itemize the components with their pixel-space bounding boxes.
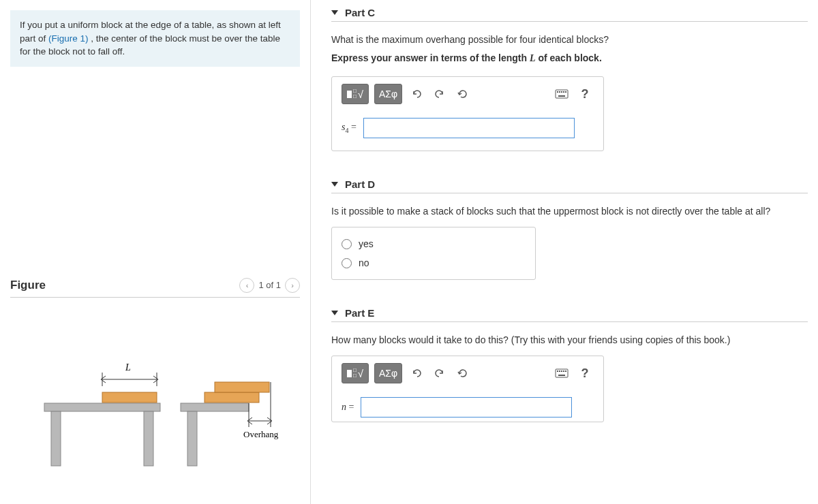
- reset-icon: [457, 368, 468, 379]
- templates-icon: □□ √: [347, 368, 363, 379]
- svg-rect-8: [187, 411, 197, 466]
- svg-rect-16: [559, 91, 560, 93]
- figure-pager: ‹ 1 of 1 ›: [239, 278, 300, 293]
- keyboard-button[interactable]: [553, 85, 571, 103]
- svg-rect-19: [565, 91, 566, 93]
- undo-icon: [411, 368, 422, 378]
- svg-rect-24: [561, 371, 562, 372]
- problem-intro: If you put a uniform block at the edge o…: [10, 10, 300, 67]
- part-c-answer-label: s4 =: [342, 122, 357, 134]
- reset-button-e[interactable]: [454, 364, 472, 382]
- templates-icon: □□ √: [347, 89, 363, 100]
- help-button-e[interactable]: ?: [576, 364, 594, 382]
- svg-rect-10: [215, 382, 269, 392]
- pager-label: 1 of 1: [258, 280, 281, 290]
- undo-button-e[interactable]: [408, 364, 425, 382]
- redo-button-e[interactable]: [431, 364, 449, 382]
- part-c-answer-input[interactable]: [363, 118, 575, 138]
- part-e-answer-input[interactable]: [361, 397, 572, 418]
- part-c-instruction: Express your answer in terms of the leng…: [331, 52, 808, 64]
- svg-rect-0: [44, 403, 160, 411]
- greek-button[interactable]: ΑΣφ: [374, 84, 402, 104]
- part-c-title: Part C: [345, 7, 375, 18]
- radio-no[interactable]: [342, 258, 352, 268]
- svg-rect-14: [556, 90, 568, 98]
- reset-button[interactable]: [454, 85, 472, 103]
- undo-button[interactable]: [408, 85, 425, 103]
- svg-rect-3: [102, 392, 157, 403]
- part-e: Part E How many blocks would it take to …: [331, 307, 808, 422]
- svg-rect-1: [51, 411, 61, 466]
- greek-button-e[interactable]: ΑΣφ: [374, 363, 402, 383]
- redo-button[interactable]: [431, 85, 449, 103]
- redo-icon: [434, 89, 445, 99]
- reset-icon: [457, 89, 468, 99]
- part-d-question: Is it possible to make a stack of blocks…: [331, 204, 808, 219]
- part-c-question: What is the maximum overhang possible fo…: [331, 33, 808, 47]
- part-e-question: How many blocks would it take to do this…: [331, 333, 808, 347]
- figure-link[interactable]: (Figure 1): [48, 33, 89, 44]
- radio-yes[interactable]: [342, 239, 352, 249]
- part-c: Part C What is the maximum overhang poss…: [331, 7, 808, 151]
- part-c-answer-box: □□ √ ΑΣφ ?: [331, 76, 604, 151]
- templates-button[interactable]: □□ √: [342, 84, 369, 104]
- collapse-part-d-icon[interactable]: [331, 182, 338, 187]
- part-d-title: Part D: [345, 178, 375, 190]
- undo-icon: [411, 89, 422, 99]
- templates-button-e[interactable]: □□ √: [342, 363, 369, 383]
- help-button[interactable]: ?: [576, 85, 594, 103]
- svg-rect-7: [181, 403, 249, 411]
- part-e-title: Part E: [345, 307, 374, 319]
- svg-rect-23: [559, 371, 560, 372]
- keyboard-button-e[interactable]: [553, 364, 571, 382]
- svg-rect-22: [557, 371, 558, 372]
- prev-figure-button[interactable]: ‹: [239, 278, 254, 293]
- label-L: L: [125, 362, 131, 373]
- svg-rect-17: [561, 91, 562, 93]
- option-no[interactable]: no: [342, 253, 526, 272]
- part-e-answer-label: n =: [342, 402, 354, 413]
- collapse-part-e-icon[interactable]: [331, 311, 338, 315]
- svg-rect-18: [563, 91, 564, 93]
- next-figure-button[interactable]: ›: [285, 278, 300, 293]
- svg-rect-25: [563, 371, 564, 372]
- svg-rect-2: [144, 411, 153, 466]
- figure-title: Figure: [10, 279, 46, 292]
- collapse-part-c-icon[interactable]: [331, 10, 338, 15]
- svg-rect-9: [204, 392, 259, 403]
- figure-canvas: L Overhang: [10, 335, 300, 471]
- redo-icon: [434, 368, 445, 378]
- part-d: Part D Is it possible to make a stack of…: [331, 178, 808, 280]
- svg-rect-15: [557, 91, 558, 93]
- figure-section: Figure ‹ 1 of 1 › L: [10, 278, 300, 471]
- label-overhang: Overhang: [243, 429, 279, 439]
- part-d-options: yes no: [331, 227, 536, 280]
- svg-rect-27: [558, 375, 565, 376]
- part-e-answer-box: □□ √ ΑΣφ ?: [331, 356, 604, 422]
- svg-rect-20: [558, 95, 565, 97]
- keyboard-icon: [555, 89, 569, 99]
- svg-rect-26: [565, 371, 566, 372]
- keyboard-icon: [555, 368, 569, 378]
- svg-rect-21: [556, 369, 568, 377]
- option-yes[interactable]: yes: [342, 234, 526, 253]
